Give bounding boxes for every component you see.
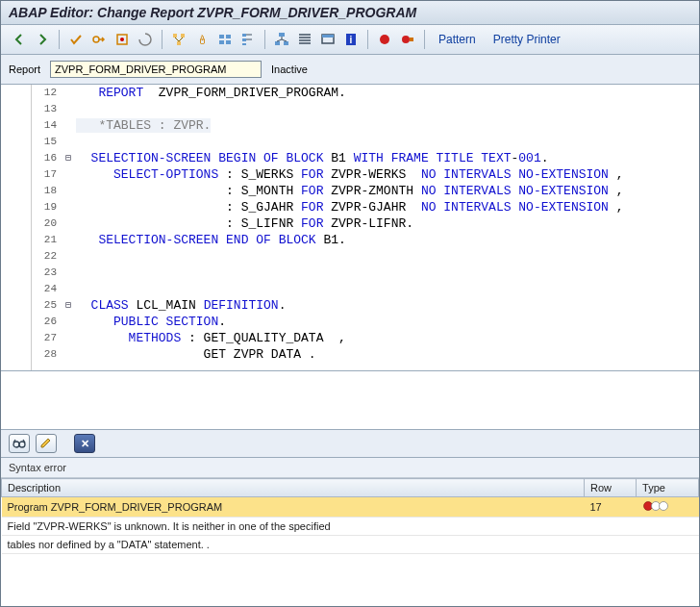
svg-point-27 bbox=[659, 502, 667, 511]
line-number: 17 bbox=[32, 166, 61, 183]
line-number: 20 bbox=[32, 215, 61, 232]
code-text: : S_GJAHR FOR ZVPR-GJAHR NO INTERVALS NO… bbox=[76, 199, 624, 215]
code-text: : S_MONTH FOR ZVPR-ZMONTH NO INTERVALS N… bbox=[76, 183, 624, 199]
fold-marker bbox=[61, 346, 76, 363]
col-row[interactable]: Row bbox=[584, 479, 636, 497]
error-table: Description Row Type Program ZVPR_FORM_D… bbox=[1, 478, 699, 554]
svg-rect-3 bbox=[173, 34, 177, 38]
check-icon[interactable] bbox=[65, 29, 87, 50]
tree-icon[interactable] bbox=[271, 29, 292, 50]
report-name-input[interactable] bbox=[50, 61, 262, 78]
svg-rect-14 bbox=[275, 41, 280, 45]
code-line[interactable]: 13 bbox=[32, 101, 699, 117]
info-icon[interactable]: i bbox=[340, 29, 362, 50]
fold-marker bbox=[61, 101, 76, 117]
fold-marker bbox=[61, 183, 76, 199]
code-text: : S_LIFNR FOR ZVPR-LIFNR. bbox=[76, 215, 413, 232]
fold-marker bbox=[61, 117, 76, 134]
code-text: *TABLES : ZVPR. bbox=[76, 117, 211, 134]
svg-point-0 bbox=[93, 37, 99, 42]
fold-marker[interactable]: ⊟ bbox=[61, 297, 76, 314]
svg-point-24 bbox=[19, 442, 25, 447]
breakpoint-icon[interactable] bbox=[374, 29, 395, 50]
object-list-icon[interactable] bbox=[214, 29, 236, 50]
activate-icon[interactable] bbox=[112, 29, 133, 50]
line-number: 12 bbox=[32, 85, 61, 101]
code-line[interactable]: 24 bbox=[32, 281, 699, 297]
pencil-icon[interactable] bbox=[36, 434, 57, 453]
display-toggle-icon[interactable] bbox=[88, 29, 110, 50]
code-line[interactable]: 22 bbox=[32, 248, 699, 265]
fold-marker[interactable]: ⊟ bbox=[61, 150, 76, 166]
candle-icon[interactable]: 🕯 bbox=[191, 29, 212, 50]
code-line[interactable]: 12 REPORT ZVPR_FORM_DRIVER_PROGRAM. bbox=[32, 85, 699, 101]
line-number: 26 bbox=[32, 314, 61, 330]
code-line[interactable]: 27 METHODS : GET_QUALITY_DATA , bbox=[32, 330, 699, 346]
code-line[interactable]: 20 : S_LIFNR FOR ZVPR-LIFNR. bbox=[32, 215, 699, 232]
code-line[interactable]: 26 PUBLIC SECTION. bbox=[32, 314, 699, 330]
fold-marker bbox=[61, 265, 76, 281]
forward-icon[interactable] bbox=[32, 29, 53, 50]
code-line[interactable]: 28 GET ZVPR DATA . bbox=[32, 346, 699, 363]
line-number: 28 bbox=[32, 346, 61, 363]
where-used-icon[interactable] bbox=[168, 29, 189, 50]
screen-icon[interactable] bbox=[317, 29, 338, 50]
line-number: 21 bbox=[32, 232, 61, 248]
error-caption: Syntax error bbox=[1, 458, 699, 478]
error-row[interactable]: Program ZVPR_FORM_DRIVER_PROGRAM 17 bbox=[2, 497, 699, 518]
report-bar: Report Inactive bbox=[1, 55, 699, 85]
report-status: Inactive bbox=[271, 63, 308, 75]
svg-rect-5 bbox=[177, 41, 181, 45]
activate-swirl-icon[interactable] bbox=[135, 29, 156, 50]
svg-rect-17 bbox=[322, 35, 334, 38]
line-number: 22 bbox=[32, 248, 61, 265]
svg-rect-9 bbox=[226, 40, 231, 44]
pattern-link[interactable]: Pattern bbox=[431, 33, 484, 46]
code-text: SELECTION-SCREEN BEGIN OF BLOCK B1 WITH … bbox=[76, 150, 549, 166]
fold-gutter bbox=[1, 85, 32, 370]
line-number: 15 bbox=[32, 134, 61, 150]
hierarchy-icon[interactable] bbox=[238, 29, 259, 50]
col-description[interactable]: Description bbox=[2, 479, 585, 497]
code-line[interactable]: 14 *TABLES : ZVPR. bbox=[32, 117, 699, 134]
line-number: 18 bbox=[32, 183, 61, 199]
svg-rect-15 bbox=[284, 41, 288, 45]
svg-point-2 bbox=[120, 38, 124, 41]
error-panel-toolbar: ✕ bbox=[1, 429, 699, 458]
svg-text:i: i bbox=[350, 35, 353, 45]
code-line[interactable]: 17 SELECT-OPTIONS : S_WERKS FOR ZVPR-WER… bbox=[32, 166, 699, 183]
main-toolbar: 🕯 i Pattern Pretty Printer bbox=[1, 25, 699, 55]
code-line[interactable]: 18 : S_MONTH FOR ZVPR-ZMONTH NO INTERVAL… bbox=[32, 183, 699, 199]
breakpoint-ext-icon[interactable] bbox=[397, 29, 418, 50]
code-line[interactable]: 23 bbox=[32, 265, 699, 281]
code-text: SELECTION-SCREEN END OF BLOCK B1. bbox=[76, 232, 346, 248]
code-line[interactable]: 25⊟ CLASS LCL_MAIN DEFINITION. bbox=[32, 297, 699, 314]
code-line[interactable]: 19 : S_GJAHR FOR ZVPR-GJAHR NO INTERVALS… bbox=[32, 199, 699, 215]
line-number: 27 bbox=[32, 330, 61, 346]
close-panel-icon[interactable]: ✕ bbox=[74, 434, 95, 453]
fold-marker bbox=[61, 166, 76, 183]
svg-rect-10 bbox=[242, 34, 246, 37]
line-number: 23 bbox=[32, 265, 61, 281]
back-icon[interactable] bbox=[9, 29, 30, 50]
svg-point-21 bbox=[402, 36, 410, 43]
svg-rect-13 bbox=[279, 33, 285, 37]
svg-point-23 bbox=[13, 442, 19, 447]
col-type[interactable]: Type bbox=[637, 479, 699, 497]
code-text: SELECT-OPTIONS : S_WERKS FOR ZVPR-WERKS … bbox=[76, 166, 624, 183]
fold-marker bbox=[61, 134, 76, 150]
error-row[interactable]: tables nor defined by a "DATA" statement… bbox=[2, 536, 699, 554]
code-line[interactable]: 15 bbox=[32, 134, 699, 150]
fold-marker bbox=[61, 85, 76, 101]
line-number: 24 bbox=[32, 281, 61, 297]
pretty-printer-link[interactable]: Pretty Printer bbox=[486, 33, 568, 46]
list-icon[interactable] bbox=[294, 29, 315, 50]
code-editor[interactable]: 12 REPORT ZVPR_FORM_DRIVER_PROGRAM.1314 … bbox=[1, 85, 699, 371]
error-row[interactable]: Field "ZVPR-WERKS" is unknown. It is nei… bbox=[2, 518, 699, 536]
fold-marker bbox=[61, 215, 76, 232]
fold-marker bbox=[61, 248, 76, 265]
window-title: ABAP Editor: Change Report ZVPR_FORM_DRI… bbox=[1, 1, 699, 25]
glasses-icon[interactable] bbox=[9, 434, 30, 453]
code-line[interactable]: 21 SELECTION-SCREEN END OF BLOCK B1. bbox=[32, 232, 699, 248]
code-line[interactable]: 16⊟ SELECTION-SCREEN BEGIN OF BLOCK B1 W… bbox=[32, 150, 699, 166]
